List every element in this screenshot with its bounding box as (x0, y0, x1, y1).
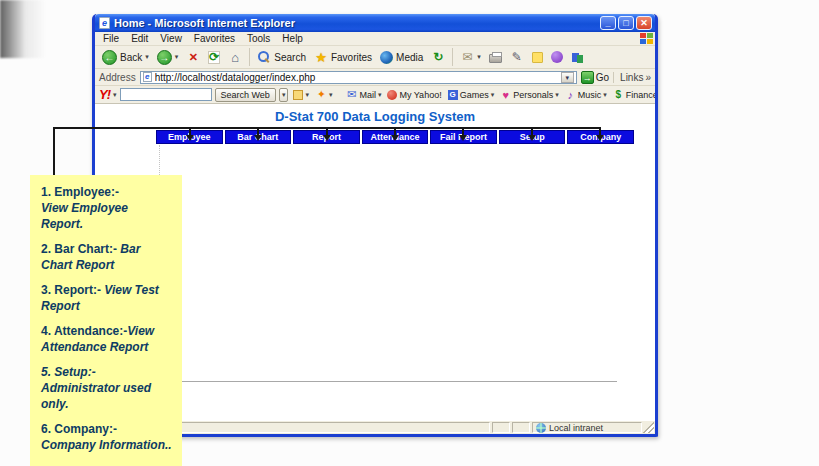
address-field[interactable]: e http://localhost/datalogger/index.php … (140, 71, 577, 84)
yahoo-item-label: Personals (513, 90, 553, 100)
back-button[interactable]: ←Back▾ (98, 49, 153, 66)
callout-drop-line (189, 127, 191, 135)
yahoo-item-mail[interactable]: ✉Mail▾ (344, 89, 383, 100)
page-icon: e (143, 72, 152, 82)
print-icon (489, 54, 502, 63)
maximize-button[interactable]: □ (618, 16, 634, 30)
note-item: 1. Employee:-View Employee Report. (41, 184, 173, 232)
dropdown-caret-icon[interactable]: ▾ (603, 91, 607, 99)
callout-arrowhead-icon (186, 135, 194, 141)
note-text: 1. Employee:- (41, 185, 119, 199)
menu-item-favorites[interactable]: Favorites (188, 32, 241, 45)
yahoo-search-button[interactable]: Search Web (215, 88, 276, 102)
address-dropdown-icon[interactable]: ▾ (561, 72, 574, 83)
note-item: 4. Attendance:-View Attendance Report (41, 323, 173, 355)
page-title: D-Stat 700 Data Logging System (95, 109, 655, 124)
note-text: 5. Setup:- (41, 365, 96, 379)
history-button[interactable]: ↻ (427, 49, 449, 65)
yahoo-item-label: Music (578, 90, 602, 100)
refresh-button[interactable]: ⟳ (204, 50, 224, 65)
dropdown-caret-icon[interactable]: ▾ (305, 91, 309, 99)
yahoo-tool-button[interactable]: ▾ (291, 90, 311, 100)
forward-button[interactable]: →▾ (153, 49, 183, 66)
stop-button[interactable]: ✕ (182, 49, 204, 65)
callout-left-line (53, 127, 55, 175)
yahoo-item-label: My Yahoo! (399, 90, 441, 100)
callout-arrowhead-icon (391, 135, 399, 141)
edit-button[interactable]: ✎ (506, 49, 528, 65)
yahoo-item-finance[interactable]: $Finance▾ (611, 89, 655, 100)
menu-items: FileEditViewFavoritesToolsHelp (97, 32, 309, 45)
resize-grip[interactable] (642, 422, 654, 433)
status-panel (512, 422, 530, 433)
stop-icon: ✕ (186, 50, 200, 64)
search-label: Search (274, 52, 306, 63)
media-button[interactable]: Media (376, 50, 427, 65)
go-label: Go (596, 72, 609, 83)
menu-item-help[interactable]: Help (276, 32, 309, 45)
refresh-icon: ⟳ (208, 51, 220, 64)
callout-arrowhead-icon (323, 135, 331, 141)
yahoo-search-input[interactable] (120, 88, 212, 101)
mail-button[interactable]: ✉▾ (456, 49, 485, 65)
home-button[interactable]: ⌂ (224, 49, 246, 65)
messenger-icon (551, 51, 563, 63)
yahoo-item-music[interactable]: ♪Music▾ (563, 89, 609, 100)
yahoo-item-personals[interactable]: ♥Personals▾ (498, 89, 561, 100)
dropdown-caret-icon[interactable]: ▾ (477, 53, 481, 61)
yahoo-logo[interactable]: Y! (99, 87, 110, 102)
discuss-button[interactable] (528, 51, 547, 64)
note-item: 5. Setup:- Administrator used only. (41, 364, 173, 412)
dropdown-caret-icon[interactable]: ▾ (491, 91, 495, 99)
links-label: Links (620, 72, 643, 83)
window-titlebar[interactable]: e Home - Microsoft Internet Explorer _□✕ (95, 14, 655, 32)
menu-item-edit[interactable]: Edit (125, 32, 154, 45)
yahoo-tool-button[interactable]: ✦▾ (314, 89, 335, 100)
security-zone-panel: Local intranet (532, 422, 642, 433)
smiley-icon (387, 90, 397, 100)
menu-bar: FileEditViewFavoritesToolsHelp (95, 32, 655, 46)
search-button[interactable]: Search (253, 49, 310, 65)
standard-toolbar: ←Back▾→▾✕⟳⌂Search★FavoritesMedia↻✉▾✎ (95, 46, 655, 69)
yahoo-item-games[interactable]: GGames▾ (446, 90, 497, 100)
menu-item-tools[interactable]: Tools (241, 32, 276, 45)
print-button[interactable] (485, 50, 506, 64)
menu-item-file[interactable]: File (97, 32, 125, 45)
dropdown-caret-icon[interactable]: ▾ (175, 53, 179, 61)
window-title: Home - Microsoft Internet Explorer (114, 17, 600, 29)
favorites-icon: ★ (314, 50, 328, 64)
back-icon: ← (102, 50, 117, 65)
address-label: Address (99, 72, 136, 83)
dropdown-caret-icon[interactable]: ▾ (329, 91, 333, 99)
close-button[interactable]: ✕ (636, 16, 652, 30)
slide-corner-gradient (0, 0, 46, 58)
favorites-button[interactable]: ★Favorites (310, 49, 376, 65)
yahoo-icon-buttons: ▾✦▾ (291, 89, 334, 100)
dropdown-caret-icon[interactable]: ▾ (145, 53, 149, 61)
yahoo-item-label: Games (460, 90, 489, 100)
links-button[interactable]: Links » (613, 72, 651, 83)
dropdown-caret-icon[interactable]: ▾ (555, 91, 559, 99)
yahoo-search-caret[interactable]: ▾ (279, 88, 289, 102)
links-chevron-icon: » (645, 72, 651, 83)
note-item: 6. Company:- Company Information.. (41, 421, 173, 453)
note-text: 2. Bar Chart:- (41, 242, 120, 256)
note-text: Administrator used only. (41, 381, 151, 411)
yahoo-item-my-yahoo-[interactable]: My Yahoo! (385, 90, 443, 100)
address-url[interactable]: http://localhost/datalogger/index.php (155, 72, 558, 83)
toolbar-separator (452, 48, 453, 66)
go-button[interactable]: → Go (581, 71, 609, 84)
dropdown-caret-icon[interactable]: ▾ (378, 91, 382, 99)
yahoo-item-label: Mail (359, 90, 376, 100)
window-icon (293, 90, 303, 100)
callout-arrowhead-icon (459, 135, 467, 141)
minimize-button[interactable]: _ (600, 16, 616, 30)
note-text: Company Information.. (41, 438, 172, 452)
mail-icon: ✉ (460, 50, 474, 64)
go-arrow-icon: → (581, 71, 594, 84)
research-button[interactable] (567, 50, 588, 65)
menu-item-view[interactable]: View (154, 32, 188, 45)
yahoo-logo-caret-icon[interactable]: ▾ (113, 91, 117, 99)
messenger-button[interactable] (547, 50, 567, 64)
note-icon (532, 52, 543, 63)
